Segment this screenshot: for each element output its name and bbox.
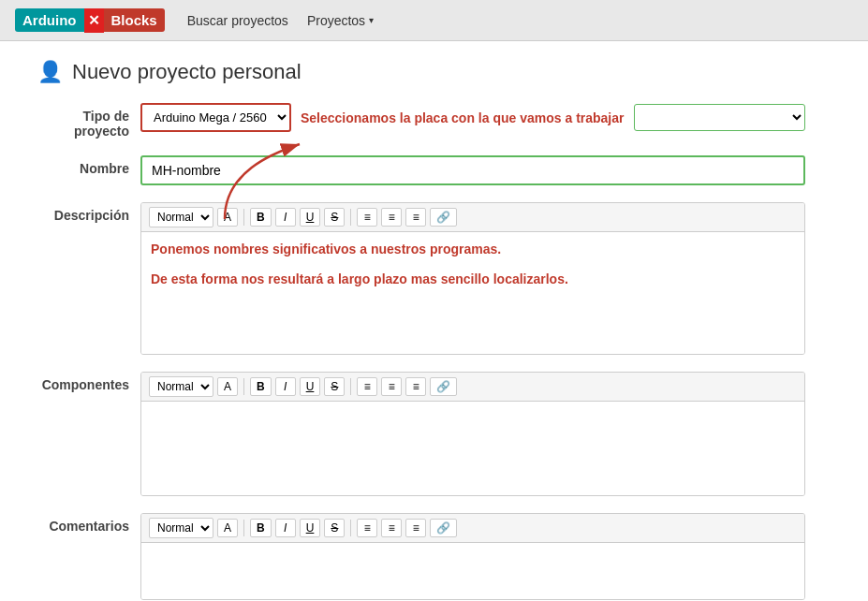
nombre-label: Nombre: [37, 155, 140, 176]
componentes-ol-btn[interactable]: ≡: [381, 377, 402, 396]
descripcion-toolbar: Normal A B I U S ≡ ≡ ≡ 🔗: [141, 203, 804, 232]
tipo-proyecto-hint: Seleccionamos la placa con la que vamos …: [301, 110, 625, 125]
componentes-toolbar: Normal A B I U S ≡ ≡ ≡ 🔗: [141, 373, 804, 402]
descripcion-link-btn[interactable]: 🔗: [430, 208, 457, 227]
componentes-label: Componentes: [37, 372, 140, 392]
comentarios-body[interactable]: [141, 543, 804, 599]
componentes-row: Componentes Normal A B I U S ≡ ≡ ≡: [37, 372, 805, 496]
nombre-field: [140, 155, 805, 185]
toolbar-sep-2: [350, 209, 351, 226]
descripcion-underline-btn[interactable]: U: [300, 208, 321, 227]
componentes-editor: Normal A B I U S ≡ ≡ ≡ 🔗: [140, 372, 805, 496]
componentes-bold-btn[interactable]: B: [250, 377, 272, 396]
componentes-strikethrough-btn[interactable]: S: [324, 377, 345, 396]
com-toolbar-sep-2: [350, 520, 351, 536]
nombre-row: Nombre: [37, 155, 805, 185]
descripcion-row: Descripción Normal A B: [37, 202, 805, 355]
componentes-ul-btn[interactable]: ≡: [405, 377, 426, 396]
descripcion-align-btn[interactable]: ≡: [357, 208, 377, 227]
comentarios-bold-btn[interactable]: B: [250, 519, 272, 537]
comentarios-row: Comentarios Normal A B I U S ≡ ≡ ≡: [37, 513, 805, 600]
comentarios-ul-btn[interactable]: ≡: [405, 519, 426, 537]
comentarios-label: Comentarios: [37, 513, 140, 534]
tipo-proyecto-label: Tipo de proyecto: [37, 103, 140, 139]
comentarios-underline-btn[interactable]: U: [300, 519, 321, 537]
comentarios-ol-btn[interactable]: ≡: [381, 519, 402, 537]
brand-arduino-text: Arduino: [15, 8, 84, 32]
comentarios-strikethrough-btn[interactable]: S: [324, 519, 345, 537]
nav-proyectos-dropdown[interactable]: Proyectos ▾: [307, 13, 374, 28]
page-title-text: Nuevo proyecto personal: [72, 60, 302, 84]
componentes-color-btn[interactable]: A: [217, 377, 238, 396]
descripcion-field: Normal A B I U S ≡ ≡ ≡ 🔗 Ponemos nombres…: [140, 202, 805, 355]
comentarios-italic-btn[interactable]: I: [275, 519, 296, 537]
tipo-proyecto-field: Arduino Mega / 2560 Seleccionamos la pla…: [140, 103, 805, 132]
comp-toolbar-sep-1: [243, 378, 244, 395]
brand-logo[interactable]: Arduino ✕ Blocks: [15, 8, 165, 33]
componentes-align-btn[interactable]: ≡: [357, 377, 377, 396]
componentes-format-select[interactable]: Normal: [149, 376, 213, 397]
comentarios-toolbar: Normal A B I U S ≡ ≡ ≡ 🔗: [141, 514, 804, 543]
descripcion-strikethrough-btn[interactable]: S: [324, 208, 345, 227]
descripcion-line1: Ponemos nombres significativos a nuestro…: [151, 242, 795, 257]
descripcion-bold-btn[interactable]: B: [250, 208, 272, 227]
com-toolbar-sep-1: [243, 520, 244, 536]
nav-proyectos-arrow-icon: ▾: [369, 15, 374, 25]
comentarios-format-select[interactable]: Normal: [149, 518, 213, 538]
comentarios-editor: Normal A B I U S ≡ ≡ ≡ 🔗: [140, 513, 805, 600]
tipo-proyecto-select-small[interactable]: Arduino Mega / 2560: [140, 103, 291, 132]
descripcion-line2: De esta forma nos resultará a largo plaz…: [151, 271, 795, 286]
brand-sep-text: ✕: [84, 8, 104, 33]
descripcion-label: Descripción: [37, 202, 140, 223]
componentes-field: Normal A B I U S ≡ ≡ ≡ 🔗: [140, 372, 805, 496]
descripcion-ol-btn[interactable]: ≡: [381, 208, 402, 227]
tipo-proyecto-row: Tipo de proyecto Arduino Mega / 2560 Sel…: [37, 103, 805, 139]
componentes-body[interactable]: [141, 402, 804, 495]
page-content: 👤 Nuevo proyecto personal Tipo de proyec…: [0, 41, 843, 601]
tipo-proyecto-select-main[interactable]: [634, 104, 806, 131]
componentes-italic-btn[interactable]: I: [275, 377, 296, 396]
descripcion-body[interactable]: Ponemos nombres significativos a nuestro…: [141, 232, 804, 354]
descripcion-format-select[interactable]: Normal: [149, 207, 213, 227]
componentes-underline-btn[interactable]: U: [300, 377, 321, 396]
navbar: Arduino ✕ Blocks Buscar proyectos Proyec…: [0, 0, 868, 41]
comentarios-align-btn[interactable]: ≡: [357, 519, 377, 537]
componentes-link-btn[interactable]: 🔗: [430, 377, 457, 396]
nombre-input[interactable]: [140, 155, 805, 185]
descripcion-editor: Normal A B I U S ≡ ≡ ≡ 🔗 Ponemos nombres…: [140, 202, 805, 355]
person-icon: 👤: [37, 60, 63, 84]
descripcion-color-btn[interactable]: A: [217, 208, 238, 227]
descripcion-ul-btn[interactable]: ≡: [405, 208, 426, 227]
comp-toolbar-sep-2: [350, 378, 351, 395]
comentarios-link-btn[interactable]: 🔗: [430, 519, 457, 537]
page-title: 👤 Nuevo proyecto personal: [37, 60, 805, 84]
descripcion-italic-btn[interactable]: I: [275, 208, 296, 227]
nav-proyectos-label: Proyectos: [307, 13, 365, 28]
toolbar-sep-1: [243, 209, 244, 226]
brand-blocks-text: Blocks: [104, 8, 165, 32]
comentarios-color-btn[interactable]: A: [217, 519, 238, 537]
comentarios-field: Normal A B I U S ≡ ≡ ≡ 🔗: [140, 513, 805, 600]
nav-buscar-proyectos[interactable]: Buscar proyectos: [187, 13, 288, 28]
